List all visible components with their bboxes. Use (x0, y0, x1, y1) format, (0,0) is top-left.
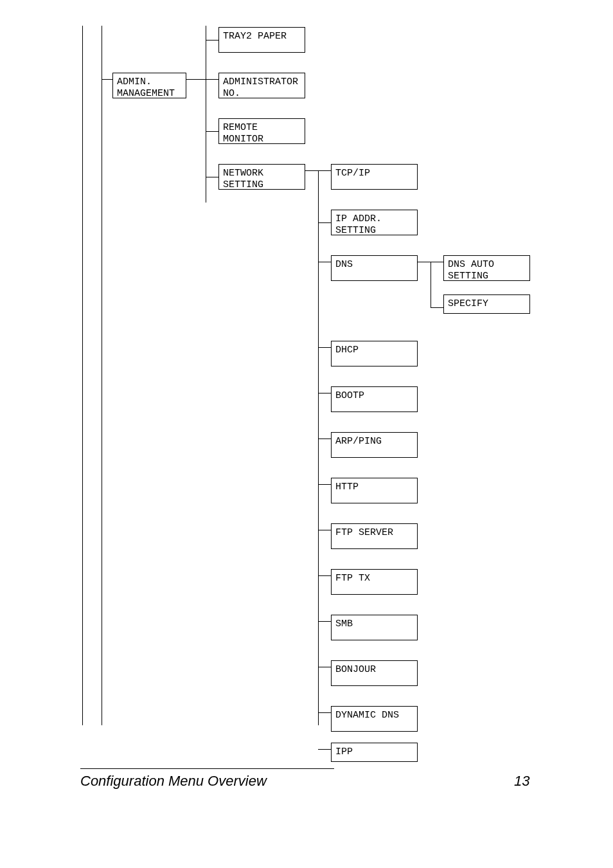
node-admin: ADMIN. MANAGEMENT (112, 73, 186, 98)
conn-remote (206, 131, 218, 132)
node-dhcp: DHCP (331, 341, 418, 366)
node-bonjour: BONJOUR (331, 660, 418, 686)
node-remote: REMOTE MONITOR (218, 118, 305, 144)
conn-dns-right (418, 262, 431, 262)
conn-ipaddr (318, 222, 331, 223)
conn-http (318, 484, 331, 485)
node-ftpserver: FTP SERVER (331, 523, 418, 549)
conn-bootp (318, 393, 331, 393)
conn-dnsauto (431, 262, 443, 262)
conn-adminno (206, 79, 218, 80)
conn-tcpip (318, 170, 331, 171)
conn-network (206, 177, 218, 177)
node-dns: DNS (331, 255, 418, 281)
node-adminno: ADMINISTRATOR NO. (218, 73, 305, 98)
node-bootp: BOOTP (331, 386, 418, 412)
conn-admin-left (102, 79, 112, 80)
trunk-admin-children (206, 79, 206, 203)
node-tcpip: TCP/IP (331, 164, 418, 190)
node-network: NETWORK SETTING (218, 164, 305, 190)
node-arpping: ARP/PING (331, 432, 418, 458)
node-ipp: IPP (331, 743, 418, 762)
conn-dhcp (318, 347, 331, 348)
conn-smb (318, 621, 331, 622)
conn-dyndns (318, 712, 331, 713)
node-ftptx: FTP TX (331, 569, 418, 595)
conn-ftpserver (318, 530, 331, 530)
page-number: 13 (514, 773, 529, 790)
page-title: Configuration Menu Overview (80, 773, 267, 790)
node-dnsauto: DNS AUTO SETTING (443, 255, 530, 281)
conn-bonjour (318, 667, 331, 667)
conn-arpping (318, 439, 331, 439)
trunk-dns-children (431, 262, 431, 308)
footer-rule (80, 768, 334, 769)
node-smb: SMB (331, 615, 418, 640)
trunk-outer (82, 26, 83, 725)
node-ipaddr: IP ADDR. SETTING (331, 210, 418, 235)
page: TRAY2 PAPER ADMIN. MANAGEMENT ADMINISTRA… (0, 0, 613, 868)
trunk-network-children (318, 170, 319, 725)
conn-ipp (318, 749, 331, 750)
node-dyndns: DYNAMIC DNS (331, 706, 418, 732)
node-specify: SPECIFY (443, 294, 530, 314)
node-tray2: TRAY2 PAPER (218, 27, 305, 53)
trunk-inner (102, 26, 102, 725)
conn-tray2 (206, 40, 218, 41)
node-http: HTTP (331, 478, 418, 503)
conn-dns (318, 262, 331, 262)
conn-admin-right (186, 79, 206, 80)
conn-ftptx (318, 575, 331, 576)
conn-network-right (305, 170, 318, 171)
conn-specify (431, 307, 443, 308)
